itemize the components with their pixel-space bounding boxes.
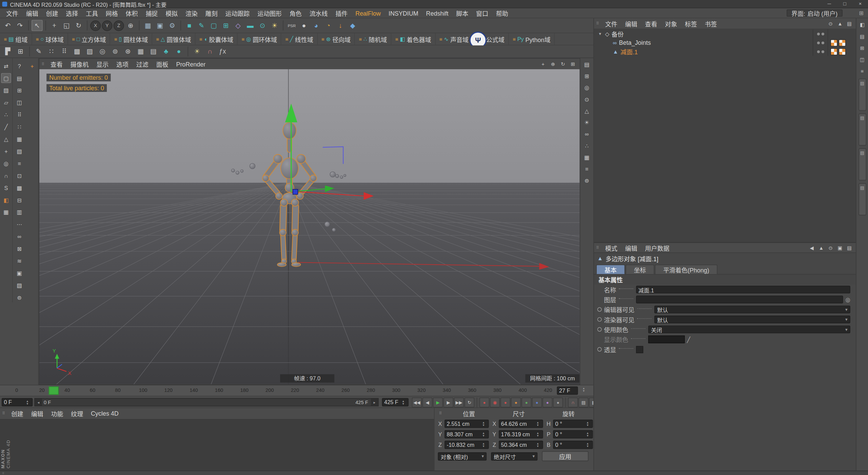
filter-toggle-icon[interactable]: ∴	[582, 140, 592, 150]
palette-command-icon[interactable]: ▣	[14, 268, 24, 278]
record-scale-icon[interactable]: ●	[521, 398, 531, 407]
realflow-cylinder-field-button[interactable]: ≡▯圆柱体域	[110, 33, 152, 45]
palette-command-icon[interactable]: ⋯	[14, 219, 24, 229]
lock-x-icon[interactable]: X	[90, 20, 101, 31]
rotate-view-icon[interactable]: ↻	[558, 59, 567, 68]
material-menu-item[interactable]: 编辑	[27, 408, 47, 419]
realflow-random-field-button[interactable]: ≡∴随机域	[355, 33, 391, 45]
menu-item[interactable]: 工具	[82, 8, 102, 18]
realflow-capsule-field-button[interactable]: ≡◖胶囊体域	[195, 33, 238, 45]
redo-icon[interactable]: ↷	[14, 20, 25, 31]
menu-item[interactable]: 运动图形	[254, 8, 286, 18]
power-slider[interactable]: ◂ 0 F 425 F ▸	[34, 398, 379, 406]
palette-command-icon[interactable]: ▤	[14, 73, 24, 83]
menu-item[interactable]: 捕捉	[142, 8, 162, 18]
autokeying-icon[interactable]: ◉	[490, 398, 500, 407]
layout-tab[interactable]: ▤	[858, 79, 866, 111]
tab-基本[interactable]: 基本	[596, 265, 625, 274]
attribute-menu-item[interactable]: 用户数据	[641, 243, 673, 252]
plugin-tool-icon[interactable]: ◆	[347, 20, 358, 31]
menu-item[interactable]: RealFlow	[352, 8, 385, 18]
palette-command-icon[interactable]: ?	[14, 61, 24, 71]
visibility-dots[interactable]	[813, 29, 828, 38]
filter-toggle-icon[interactable]: △	[582, 106, 592, 116]
spinner[interactable]	[586, 421, 591, 426]
filter-toggle-icon[interactable]: ◎	[582, 82, 592, 92]
paint-brush-icon[interactable]: ✎	[33, 46, 44, 57]
symmetry-tool-icon[interactable]: S	[1, 183, 11, 192]
viewport-menu-item[interactable]: 查看	[46, 59, 66, 69]
palette-command-icon[interactable]: ▨	[14, 280, 24, 290]
camera-object-icon[interactable]: ⊙	[257, 20, 268, 31]
palette-command-icon[interactable]: ∷	[14, 122, 24, 132]
zoom-view-icon[interactable]: ⊕	[549, 59, 557, 68]
object-row[interactable]: ▾◇备份	[594, 29, 856, 38]
interface-selector[interactable]: 界面: 启动 (用户)	[786, 10, 843, 17]
material-menu-item[interactable]: 纹理	[67, 408, 87, 419]
magic-download-icon[interactable]: ↓	[335, 20, 346, 31]
object-manager-menu-item[interactable]: 书签	[701, 18, 721, 29]
spinner[interactable]	[536, 432, 541, 437]
xray-checkbox[interactable]	[636, 346, 643, 353]
object-manager-menu-item[interactable]: 对象	[661, 18, 681, 29]
menu-item[interactable]: 运动跟踪	[221, 8, 254, 18]
magnet-tool-icon[interactable]: ∩	[204, 46, 215, 57]
position-value-input[interactable]: 2.551 cm	[445, 420, 489, 428]
viewport-3d-scene[interactable]: Y X	[39, 69, 579, 384]
palette-command-icon[interactable]: ▥	[14, 207, 24, 217]
hatch-pattern-icon[interactable]: ▨	[84, 46, 95, 57]
slider-left-grip[interactable]: ◂	[35, 399, 42, 406]
sphere-object-icon[interactable]: ●	[173, 46, 184, 57]
psr-transfer-icon[interactable]: PSR	[286, 20, 297, 31]
search-icon[interactable]: ⊙	[827, 244, 835, 252]
texture-tag-icon[interactable]	[839, 48, 846, 55]
material-menu-item[interactable]: 功能	[47, 408, 67, 419]
object-row[interactable]: ▲减面.1	[594, 47, 856, 56]
viewport-canvas[interactable]: Y X Number of emitters: 0 Total live par…	[39, 69, 579, 384]
menu-item[interactable]: 网格	[102, 8, 122, 18]
visibility-dots[interactable]	[813, 47, 828, 56]
layout-tab[interactable]: ▤	[858, 183, 866, 215]
model-mode-icon[interactable]: ▢	[1, 73, 11, 83]
spline-pen-icon[interactable]: ✎	[196, 20, 207, 31]
size-mode-dropdown[interactable]: 绝对尺寸	[491, 452, 537, 460]
object-manager-menu-item[interactable]: 标签	[681, 18, 701, 29]
palette-command-icon[interactable]: ⊚	[14, 292, 24, 302]
panel-grip-icon[interactable]: ⠿	[2, 471, 4, 475]
realflow-cone-field-button[interactable]: ≡△圆锥体域	[152, 33, 195, 45]
qr-sphere-icon[interactable]: ◔	[323, 20, 334, 31]
spinner[interactable]	[586, 442, 591, 448]
realflow-radial-field-button[interactable]: ≡⊛径向域	[318, 33, 355, 45]
spinner[interactable]	[482, 432, 487, 437]
menu-item[interactable]: 脚本	[452, 8, 472, 18]
loop-mode-icon[interactable]: ↻	[465, 398, 474, 407]
keyframe-presets-icon[interactable]: ▤	[578, 398, 588, 407]
material-menu-item[interactable]: Cycles 4D	[87, 408, 123, 419]
light-object-icon[interactable]: ☀	[269, 20, 280, 31]
use-color-dropdown[interactable]: 关闭	[648, 325, 850, 333]
record-parameter-icon[interactable]: ●	[542, 398, 552, 407]
spray-brush-icon[interactable]: ⊛	[122, 46, 134, 57]
points-mode-icon[interactable]: ∴	[1, 110, 11, 119]
workplane-mode-icon[interactable]: ▱	[1, 97, 11, 107]
viewport-menu-item[interactable]: 过滤	[132, 59, 152, 69]
palette-command-icon[interactable]: ▩	[14, 183, 24, 192]
material-menu-item[interactable]: 创建	[7, 408, 27, 419]
deformer-icon[interactable]: ◇	[233, 20, 244, 31]
realflow-group-field-button[interactable]: ≡▤组域	[0, 33, 32, 45]
menu-item[interactable]: 编辑	[22, 8, 42, 18]
record-position-icon[interactable]: ●	[511, 398, 521, 407]
live-selection-icon[interactable]: ↖	[32, 20, 43, 31]
anim-dot-icon[interactable]	[597, 317, 602, 322]
position-value-input[interactable]: 88.307 cm	[445, 430, 489, 438]
render-settings-icon[interactable]: ⚙	[166, 20, 178, 31]
snap-magnet-icon[interactable]: ∩	[568, 398, 578, 407]
block-pattern-icon[interactable]: ▤	[148, 46, 159, 57]
realflow-torus-field-button[interactable]: ≡◎圆环体域	[238, 33, 281, 45]
expander-icon[interactable]: ▾	[597, 31, 603, 36]
scale-tool-icon[interactable]: ◱	[61, 20, 72, 31]
record-pla-icon[interactable]: ●	[553, 398, 563, 407]
texture-tag-icon[interactable]	[830, 48, 837, 55]
filter-toggle-icon[interactable]: ⊙	[582, 94, 592, 104]
spinner[interactable]	[536, 442, 541, 448]
